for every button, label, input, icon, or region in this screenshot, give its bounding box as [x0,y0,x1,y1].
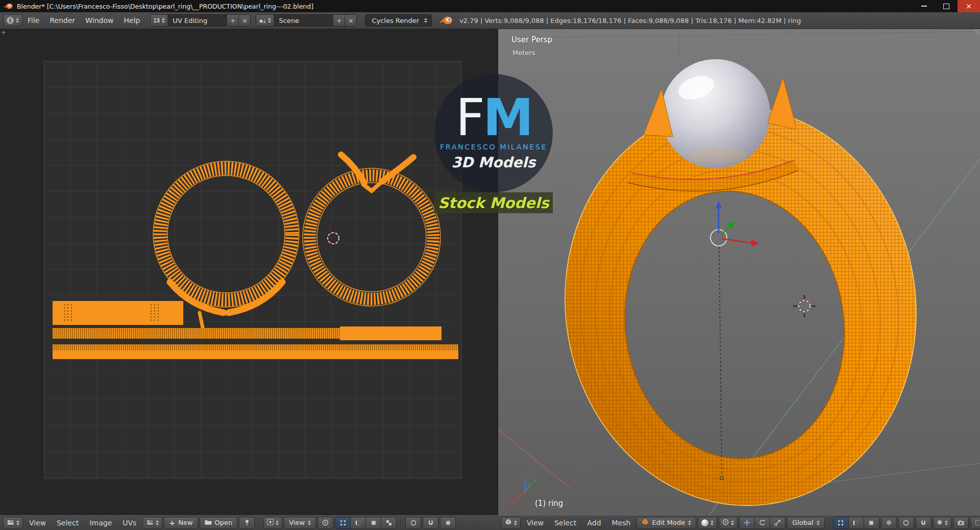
transform-orientation-dropdown[interactable]: Global [787,517,824,529]
scene-name[interactable]: Scene [274,15,333,26]
scene-selector[interactable]: Scene + × [256,14,357,27]
render-engine-selector[interactable]: Cycles Render [365,14,432,27]
window-title: Blender* [C:\Users\Francesco-Fisso\Deskt… [17,3,313,10]
manipulator-group [739,517,786,529]
maximize-button[interactable] [935,0,958,12]
render-toggle-cluster [953,517,980,529]
new-image-button[interactable]: + New [164,517,198,529]
folder-icon [205,519,212,526]
render-border-button[interactable] [970,517,980,529]
mini-axis-gizmo: x y z [505,472,537,511]
chevron-updown-icon [710,520,714,525]
active-object-info: (1) ring [535,499,563,508]
uv-image-editor[interactable]: + [0,29,498,515]
screen-layout-selector[interactable]: UV Editing + × [150,14,251,27]
viewport-menu-add[interactable]: Add [582,519,605,527]
menu-file[interactable]: File [22,16,44,24]
uv-menu-image[interactable]: Image [85,519,116,527]
viewport-editor-type-button[interactable] [501,517,521,529]
mode-selector[interactable]: Edit Mode [636,517,696,529]
limit-selection-visible-button[interactable] [881,517,897,529]
separator [401,518,401,528]
menu-help[interactable]: Help [118,16,145,24]
pivot-point-dropdown[interactable] [719,517,738,529]
snap-element-button[interactable] [440,517,456,529]
pearl[interactable] [661,59,770,168]
pivot-point-button[interactable] [317,517,333,529]
delete-layout-button[interactable]: × [238,15,250,26]
snap-toggle-button[interactable] [916,517,932,529]
uv-select-vertex-button[interactable] [335,517,351,529]
vertex-mode-icon [838,520,844,526]
sticky-selection-dropdown[interactable] [263,517,282,529]
edge-mode-icon [355,520,361,526]
blender-logo [440,16,453,25]
menu-window[interactable]: Window [80,16,118,24]
proportional-edit-button[interactable] [405,517,421,529]
chevron-updown-icon [276,520,279,525]
chevron-updown-icon [156,520,159,525]
border-icon [975,520,980,526]
chevron-updown-icon [16,520,19,525]
add-scene-button[interactable]: + [333,15,345,26]
camera-icon [958,520,964,525]
magnet-icon [428,520,434,526]
select-face-button[interactable] [864,517,879,529]
uv-select-mode-group [335,517,397,529]
render-preview-button[interactable] [953,517,969,529]
pin-icon [244,519,250,526]
manipulator-translate-button[interactable] [739,517,755,529]
snap-toggle-button[interactable] [423,517,438,529]
uv-island-strips[interactable] [53,301,458,359]
proportional-edit-button[interactable] [898,517,914,529]
manipulator-scale-button[interactable] [770,517,786,529]
uv-select-edge-button[interactable] [350,517,366,529]
viewport-scene-svg: x y z [498,29,980,515]
axis-y-label: y [533,476,537,483]
close-button[interactable]: × [958,0,980,12]
open-image-button[interactable]: Open [200,517,238,529]
add-layout-button[interactable]: + [227,15,238,26]
viewport-shading-dropdown[interactable] [698,517,717,529]
blender-app-icon [4,3,13,10]
screen-layout-name[interactable]: UV Editing [167,15,227,26]
screen-layout-icon [151,15,167,26]
snap-element-dropdown[interactable] [933,517,951,529]
info-header: i File Render Window Help UV Editing + ×… [0,12,980,29]
face-mode-icon [371,520,377,526]
minimize-button[interactable] [913,0,935,12]
uv-select-island-button[interactable] [381,517,397,529]
info-editor-type-button[interactable]: i [3,14,22,27]
image-icon [146,519,154,527]
uv-view-dropdown[interactable]: View [284,517,316,529]
uv-menu-select[interactable]: Select [52,519,83,527]
menu-render[interactable]: Render [44,16,80,24]
uv-2d-cursor[interactable] [322,227,345,249]
new-image-label: New [178,519,192,526]
delete-scene-button[interactable]: × [345,15,356,26]
info-icon: i [7,17,14,24]
view-name-overlay: User Persp [511,35,552,44]
watermark-letter-f: F [455,93,483,142]
pivot-icon [722,519,729,527]
image-datablock-selector[interactable] [142,517,162,529]
uv-menu-uvs[interactable]: UVs [118,519,141,527]
rotate-icon [759,519,766,526]
uv-editor-type-button[interactable] [3,517,23,529]
select-vertex-button[interactable] [833,517,849,529]
pin-image-button[interactable] [239,517,255,529]
manipulator-rotate-button[interactable] [754,517,770,529]
watermark-banner: Stock Models [434,192,553,213]
viewport-menu-mesh[interactable]: Mesh [607,519,635,527]
select-edge-button[interactable] [848,517,864,529]
uv-menu-view[interactable]: View [24,519,51,527]
viewport-menu-view[interactable]: View [522,519,548,527]
viewport-3d[interactable]: x y z User Persp Meters (1) ring [498,29,980,515]
orientation-label: Global [792,519,813,526]
scene-icon [256,15,274,26]
chevron-updown-icon [16,18,19,23]
snap-element-icon [937,519,943,527]
uv-select-face-button[interactable] [365,517,381,529]
edge-mode-icon [853,520,859,526]
viewport-menu-select[interactable]: Select [550,519,581,527]
